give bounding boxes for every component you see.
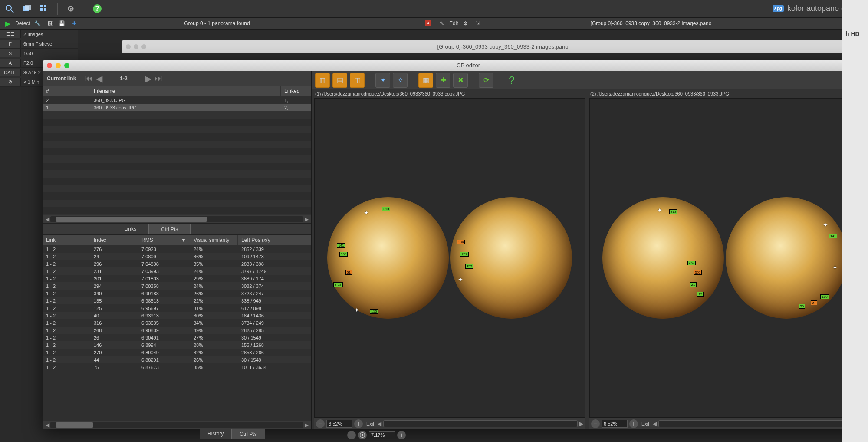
zoom-out-icon[interactable]: − xyxy=(316,419,325,428)
add-images-icon[interactable]: 🖼 xyxy=(45,19,55,28)
detect-label[interactable]: Detect xyxy=(15,20,30,26)
h-scrollbar[interactable]: ◀▶ xyxy=(43,215,311,223)
h-scrollbar[interactable]: ◀▶ xyxy=(43,421,311,429)
meta-key: ⊘ xyxy=(0,78,21,86)
edit-icon[interactable]: ✎ xyxy=(437,19,447,28)
zoom-in-icon[interactable]: + xyxy=(629,419,638,428)
tab-history[interactable]: History xyxy=(200,429,231,439)
table-row[interactable]: 1 - 2247.080936%109 / 1473 xyxy=(43,253,311,260)
next-icon[interactable]: ▶ xyxy=(145,73,151,84)
gear-icon[interactable] xyxy=(65,3,77,15)
table-row[interactable]: 1 - 22967.0483835%2833 / 398 xyxy=(43,260,311,267)
add-cp-icon[interactable]: ✚ xyxy=(436,73,450,88)
export-icon[interactable]: ⇲ xyxy=(473,19,483,28)
col-rms[interactable]: RMS ▼ xyxy=(138,235,190,245)
zoom-out-icon[interactable]: − xyxy=(347,431,356,439)
layout-c-icon[interactable]: ◫ xyxy=(350,73,365,88)
remove-cp-icon[interactable]: ✖ xyxy=(453,73,468,88)
table-row[interactable]: 1 - 22017.0180329%3689 / 174 xyxy=(43,275,311,282)
select-icon[interactable]: ▦ xyxy=(418,73,433,88)
col-left-pos[interactable]: Left Pos (x/y xyxy=(238,235,311,245)
window-zoom-icon[interactable] xyxy=(64,63,69,68)
layout-a-icon[interactable]: ▥ xyxy=(315,73,330,88)
right-sidebar: h HD xyxy=(842,0,868,442)
h-scrollbar[interactable] xyxy=(383,420,578,427)
col-filename[interactable]: Filename xyxy=(90,86,281,96)
col-link[interactable]: Link xyxy=(43,235,90,245)
prev-fast-icon[interactable]: ⏮ xyxy=(85,73,93,84)
meta-key: A xyxy=(0,59,21,67)
help-icon[interactable]: ? xyxy=(91,3,103,15)
tab-ctrl-pts[interactable]: Ctrl Pts xyxy=(148,224,191,234)
table-row[interactable]: 1 - 22706.8904932%2853 / 266 xyxy=(43,349,311,356)
exif-label[interactable]: Exif xyxy=(641,421,649,426)
zoom-reset-icon[interactable]: ⦿ xyxy=(358,431,367,439)
col-index[interactable]: Index xyxy=(90,235,138,245)
exif-label[interactable]: Exif xyxy=(366,421,374,426)
table-row[interactable]: 2 360_0933.JPG 1, xyxy=(43,96,311,104)
svg-line-1 xyxy=(11,10,13,13)
table-row[interactable]: 1 - 22767.092324%2852 / 339 xyxy=(43,245,311,253)
window-minimize-icon[interactable] xyxy=(56,63,61,68)
document-title: [Group 0]-360_0933 copy_360_0933-2 image… xyxy=(151,43,855,50)
svg-rect-4 xyxy=(40,5,43,7)
close-icon[interactable]: ✕ xyxy=(425,20,431,26)
table-row[interactable]: 1 - 21466.899428%155 / 1268 xyxy=(43,341,311,349)
zoom-in-icon[interactable]: + xyxy=(354,419,363,428)
viewer-canvas[interactable]: 159141 513 58 ✦313 ✦110 184267 357✦ xyxy=(314,98,585,418)
svg-rect-5 xyxy=(44,5,46,7)
h-scrollbar[interactable] xyxy=(658,420,853,427)
magnifier-icon[interactable] xyxy=(3,3,16,15)
col-visual-similarity[interactable]: Visual similarity xyxy=(190,235,238,245)
zoom-out-icon[interactable]: − xyxy=(591,419,600,428)
grid-icon[interactable] xyxy=(38,3,50,15)
table-row[interactable]: 1 - 21256.9569731%617 / 898 xyxy=(43,304,311,312)
table-row[interactable]: 1 - 2446.8829126%30 / 1549 xyxy=(43,356,311,363)
wrench-icon[interactable]: 🔧 xyxy=(33,19,43,28)
edit-label[interactable]: Edit xyxy=(449,20,458,26)
hd-label: h HD xyxy=(845,30,860,37)
col-linked[interactable]: Linked xyxy=(281,86,311,96)
window-close-icon[interactable] xyxy=(47,63,52,68)
images-icon[interactable] xyxy=(21,3,33,15)
cp-window-title: CP editor xyxy=(74,62,863,69)
gear-icon[interactable]: ⚙ xyxy=(461,19,470,28)
table-row[interactable]: 1 360_0933 copy.JPG 2, xyxy=(43,104,311,111)
zoom-field[interactable] xyxy=(602,420,628,428)
current-link-label: Current link xyxy=(47,76,76,82)
table-row[interactable]: 1 - 2406.9391330%184 / 1436 xyxy=(43,312,311,319)
meta-key: F xyxy=(0,40,21,48)
table-row[interactable]: 1 - 23406.9918826%3728 / 247 xyxy=(43,290,311,297)
table-row[interactable]: 1 - 2756.8767335%1011 / 3634 xyxy=(43,363,311,371)
tab-links[interactable]: Links xyxy=(112,224,148,234)
col-number[interactable]: # xyxy=(43,86,90,96)
meta-val: 1/50 xyxy=(21,51,33,56)
plugin-icon[interactable]: ✚ xyxy=(69,19,79,28)
table-row[interactable]: 1 - 23166.9363534%3734 / 249 xyxy=(43,319,311,327)
table-row[interactable]: 1 - 22686.9083949%2825 / 295 xyxy=(43,327,311,334)
tab-ctrl-pts[interactable]: Ctrl Pts xyxy=(231,429,265,439)
cp-toolbar: ▥ ▤ ◫ ✦ ✧ ▦ ✚ ✖ ⟳ ? xyxy=(312,71,863,89)
bottom-zoom: − ⦿ + xyxy=(347,431,406,439)
prev-icon[interactable]: ◀ xyxy=(96,73,102,84)
layout-b-icon[interactable]: ▤ xyxy=(332,73,347,88)
optimize-icon[interactable]: ⟳ xyxy=(479,73,493,88)
table-row[interactable]: 1 - 2266.9049127%30 / 1549 xyxy=(43,334,311,341)
zoom-field[interactable] xyxy=(369,431,395,439)
cp-titlebar[interactable]: CP editor xyxy=(43,60,863,71)
save-images-icon[interactable]: 💾 xyxy=(57,19,67,28)
viewer-left: (1) /Users/dezzamarirodriguez/Desktop/36… xyxy=(314,89,585,429)
play-icon[interactable]: ▶ xyxy=(3,19,13,28)
zoom-field[interactable] xyxy=(326,420,352,428)
gear-a-icon[interactable]: ✦ xyxy=(375,73,390,88)
gear-b-icon[interactable]: ✧ xyxy=(393,73,408,88)
next-fast-icon[interactable]: ⏭ xyxy=(154,73,163,84)
viewer-footer: − + Exif ◀▶ xyxy=(314,418,585,429)
table-row[interactable]: 1 - 22947.0035824%3082 / 374 xyxy=(43,282,311,290)
meta-val: F2.0 xyxy=(21,60,33,66)
table-row[interactable]: 1 - 21356.9851322%338 / 949 xyxy=(43,297,311,304)
table-row[interactable]: 1 - 22317.0399324%3797 / 1749 xyxy=(43,267,311,275)
viewer-canvas[interactable]: ✦313 267357 2117 141✦ 11097 20✦ xyxy=(589,98,860,418)
zoom-in-icon[interactable]: + xyxy=(397,431,406,439)
help-icon[interactable]: ? xyxy=(504,73,519,88)
